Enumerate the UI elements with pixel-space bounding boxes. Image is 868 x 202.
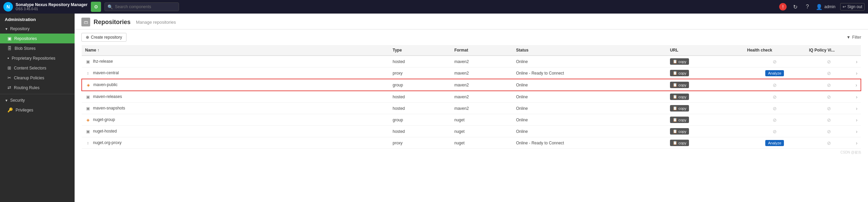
sidebar-item-blob-stores[interactable]: 🗄 Blob Stores bbox=[0, 43, 75, 53]
cell-arrow[interactable]: › bbox=[852, 67, 861, 79]
settings-button[interactable]: ⚙ bbox=[91, 2, 101, 12]
sidebar-group-security[interactable]: ▼ Security bbox=[0, 96, 75, 105]
health-disabled-icon: ⊘ bbox=[773, 117, 777, 123]
analyze-button[interactable]: Analyze bbox=[765, 140, 784, 146]
cell-arrow[interactable]: › bbox=[852, 137, 861, 149]
col-header-type[interactable]: Type bbox=[389, 45, 451, 56]
signout-button[interactable]: ↩ Sign out bbox=[840, 3, 865, 11]
health-disabled-icon: ⊘ bbox=[773, 94, 777, 100]
col-header-url[interactable]: URL bbox=[667, 45, 744, 56]
copy-label: copy bbox=[678, 60, 686, 64]
help-icon[interactable]: ? bbox=[804, 3, 811, 11]
search-icon: 🔍 bbox=[107, 4, 113, 9]
alert-icon[interactable]: ! bbox=[779, 3, 787, 11]
gear-icon: ⚙ bbox=[94, 4, 98, 9]
table-row[interactable]: ▣ maven-releases hosted maven2 Online 📋 … bbox=[82, 91, 861, 103]
copy-url-button[interactable]: 📋 copy bbox=[670, 117, 689, 123]
cell-status: Online bbox=[513, 79, 667, 91]
table-row[interactable]: ▣ maven-snapshots hosted maven2 Online 📋… bbox=[82, 103, 861, 114]
sidebar-item-proprietary-repos[interactable]: ▪ Proprietary Repositories bbox=[0, 53, 75, 63]
copy-label: copy bbox=[678, 141, 686, 145]
sidebar-item-routing-rules-label: Routing Rules bbox=[14, 85, 39, 90]
table-row[interactable]: ↕ nuget.org-proxy proxy nuget Online - R… bbox=[82, 137, 861, 149]
sidebar-item-repositories[interactable]: ▣ Repositories bbox=[0, 34, 75, 43]
col-header-name[interactable]: Name ↑ bbox=[82, 45, 389, 56]
col-header-format[interactable]: Format bbox=[451, 45, 513, 56]
table-row[interactable]: ▣ lhz-release hosted maven2 Online 📋 cop… bbox=[82, 56, 861, 67]
copy-url-button[interactable]: 📋 copy bbox=[670, 82, 689, 88]
col-header-status[interactable]: Status bbox=[513, 45, 667, 56]
row-name: maven-releases bbox=[93, 94, 122, 99]
copy-url-button[interactable]: 📋 copy bbox=[670, 105, 689, 112]
copy-url-button[interactable]: 📋 copy bbox=[670, 70, 689, 76]
cell-type: hosted bbox=[389, 103, 451, 114]
table-row[interactable]: ◈ maven-public group maven2 Online 📋 cop… bbox=[82, 79, 861, 91]
watermark: CSDN @翟浩 bbox=[75, 149, 868, 156]
filter-label: Filter bbox=[852, 35, 861, 40]
proprietary-repos-icon: ▪ bbox=[7, 56, 9, 61]
copy-icon: 📋 bbox=[673, 106, 677, 110]
sidebar-admin-label: Administration bbox=[0, 14, 75, 24]
cell-health: Analyze bbox=[744, 67, 806, 79]
search-box[interactable]: 🔍 bbox=[104, 2, 179, 11]
row-name: maven-central bbox=[93, 70, 119, 75]
copy-url-button[interactable]: 📋 copy bbox=[670, 128, 689, 135]
cell-health: ⊘ bbox=[744, 114, 806, 126]
sidebar-item-cleanup-policies[interactable]: ✂ Cleanup Policies bbox=[0, 73, 75, 83]
cell-type: hosted bbox=[389, 56, 451, 67]
sidebar-item-blob-stores-label: Blob Stores bbox=[15, 46, 36, 51]
row-type-icon: ↕ bbox=[85, 140, 91, 146]
repositories-page-icon: 🗃 bbox=[84, 20, 88, 25]
user-area[interactable]: 👤 admin bbox=[816, 4, 835, 10]
col-header-arrow bbox=[852, 45, 861, 56]
table-header-row: Name ↑ Type Format Status URL Health che… bbox=[82, 45, 861, 56]
cell-url: 📋 copy bbox=[667, 79, 744, 91]
cell-iq: ⊘ bbox=[806, 91, 852, 103]
topbar-actions: ! ↻ ? 👤 admin ↩ Sign out bbox=[779, 3, 865, 11]
sidebar-item-privileges[interactable]: 🔑 Privileges bbox=[0, 105, 75, 115]
row-type-icon: ◈ bbox=[85, 82, 91, 88]
sidebar-group-security-label: Security bbox=[10, 98, 25, 103]
cell-arrow[interactable]: › bbox=[852, 91, 861, 103]
col-header-health[interactable]: Health check bbox=[744, 45, 806, 56]
table-row[interactable]: ↕ maven-central proxy maven2 Online - Re… bbox=[82, 67, 861, 79]
copy-icon: 📋 bbox=[673, 83, 677, 87]
col-header-iq[interactable]: IQ Policy Vi... bbox=[806, 45, 852, 56]
cell-arrow[interactable]: › bbox=[852, 126, 861, 137]
copy-label: copy bbox=[678, 106, 686, 110]
cleanup-policies-icon: ✂ bbox=[7, 75, 11, 80]
copy-url-button[interactable]: 📋 copy bbox=[670, 58, 689, 65]
cell-arrow[interactable]: › bbox=[852, 114, 861, 126]
cell-iq: ⊘ bbox=[806, 79, 852, 91]
table-row[interactable]: ▣ nuget-hosted hosted nuget Online 📋 cop… bbox=[82, 126, 861, 137]
copy-label: copy bbox=[678, 71, 686, 75]
copy-icon: 📋 bbox=[673, 118, 677, 122]
sidebar-item-routing-rules[interactable]: ⇄ Routing Rules bbox=[0, 83, 75, 93]
cell-health: ⊘ bbox=[744, 103, 806, 114]
cell-name: ↕ maven-central bbox=[82, 67, 389, 79]
sidebar-group-repository[interactable]: ▼ Repository bbox=[0, 24, 75, 34]
sidebar-item-content-selectors-label: Content Selectors bbox=[14, 66, 46, 70]
cell-url: 📋 copy bbox=[667, 91, 744, 103]
cell-arrow[interactable]: › bbox=[852, 103, 861, 114]
cell-status: Online bbox=[513, 91, 667, 103]
sidebar-item-content-selectors[interactable]: ⊞ Content Selectors bbox=[0, 63, 75, 73]
row-name: nuget-hosted bbox=[93, 129, 117, 134]
analyze-button[interactable]: Analyze bbox=[765, 70, 784, 76]
row-name: maven-snapshots bbox=[93, 106, 125, 110]
copy-url-button[interactable]: 📋 copy bbox=[670, 94, 689, 100]
cell-status: Online bbox=[513, 56, 667, 67]
search-input[interactable] bbox=[115, 4, 176, 9]
cell-name: ▣ lhz-release bbox=[82, 56, 389, 67]
table-row[interactable]: ◈ nuget-group group nuget Online 📋 copy … bbox=[82, 114, 861, 126]
cell-status: Online - Ready to Connect bbox=[513, 137, 667, 149]
refresh-icon[interactable]: ↻ bbox=[791, 3, 799, 11]
row-type-icon: ▣ bbox=[85, 106, 91, 111]
cell-arrow[interactable]: › bbox=[852, 79, 861, 91]
content-selectors-icon: ⊞ bbox=[7, 65, 11, 70]
blob-stores-icon: 🗄 bbox=[7, 46, 12, 51]
cell-arrow[interactable]: › bbox=[852, 56, 861, 67]
row-chevron-right-icon: › bbox=[856, 70, 857, 76]
create-repository-button[interactable]: ⊕ Create repository bbox=[81, 33, 126, 42]
copy-url-button[interactable]: 📋 copy bbox=[670, 140, 689, 146]
